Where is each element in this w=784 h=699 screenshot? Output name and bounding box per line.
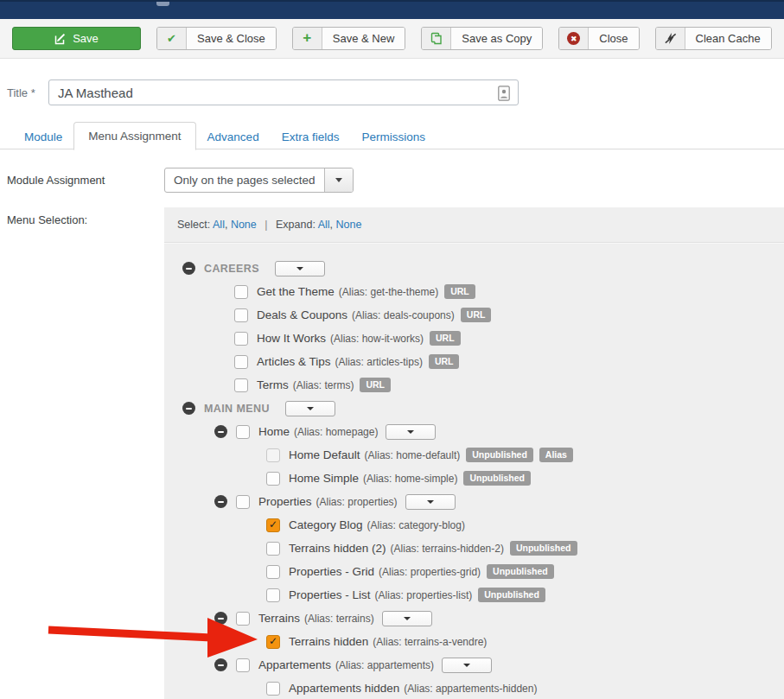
menu-item-alias: (Alias: properties) [316,496,398,508]
plus-icon: + [293,28,322,49]
menu-selection-label: Menu Selection: [7,213,87,226]
menu-group-label: MAIN MENU [204,403,270,415]
save-button-label: Save [73,32,99,45]
cursor-fragment-icon [156,2,169,6]
menu-item-label: Home [258,425,290,438]
chevron-down-icon [407,430,414,434]
menu-item-alias: (Alias: properties-grid) [379,566,481,578]
menu-item-checkbox[interactable] [236,658,250,672]
select-caret-button[interactable] [324,168,353,192]
save-close-button[interactable]: ✔ Save & Close [156,27,277,50]
menu-item-checkbox[interactable] [236,495,250,509]
menu-item-checkbox[interactable] [234,285,248,299]
tab-permissions[interactable]: Permissions [350,124,437,150]
save-new-label: Save & New [322,28,405,49]
expand-none-link[interactable]: None [336,219,362,231]
autofill-contact-icon[interactable] [498,86,510,105]
menu-tree: CAREERS Get the Theme (Alias: get-the-th… [164,244,784,699]
select-none-link[interactable]: None [231,219,257,231]
menu-item-home-default: Home Default (Alias: home-default) Unpub… [164,443,784,467]
menu-item-label: Terrains [258,612,300,625]
module-edit-page: Save ✔ Save & Close + Save & New Save as… [0,0,784,699]
menu-item-properties-grid: Properties - Grid (Alias: properties-gri… [164,560,784,583]
chevron-down-icon [296,267,303,270]
clean-cache-button[interactable]: Clean Cache [655,27,772,50]
menu-item-checkbox[interactable] [234,308,248,322]
collapse-icon[interactable] [214,612,227,625]
item-action-dropdown[interactable] [386,424,436,440]
menu-item-alias: (Alias: terrains-hidden-2) [391,543,504,555]
menu-item-label: Appartements hidden [289,682,399,695]
comma: , [225,219,227,231]
menu-group-careers: CAREERS [164,257,784,280]
group-action-dropdown[interactable] [285,401,335,416]
collapse-icon[interactable] [182,402,195,415]
menu-item-terrains: Terrains (Alias: terrains) [164,607,784,630]
chevron-down-icon [404,617,411,620]
menu-item-checkbox[interactable] [266,448,280,462]
module-assignment-value: Only on the pages selected [165,168,324,192]
select-label: Select: [177,219,210,231]
module-assignment-select[interactable]: Only on the pages selected [164,168,354,193]
menu-item-label: Deals & Coupons [257,308,347,321]
collapse-icon[interactable] [182,262,195,275]
item-action-dropdown[interactable] [405,494,456,510]
url-badge: URL [461,308,492,322]
tab-advanced[interactable]: Advanced [196,124,271,150]
menu-item-checkbox[interactable] [266,565,280,579]
save-as-copy-label: Save as Copy [451,28,542,49]
menu-item-appartements: Appartements (Alias: appartements) [164,653,784,677]
tab-menu-assignment[interactable]: Menu Assignment [73,122,195,150]
menu-item-checkbox[interactable] [236,612,250,626]
menu-item-checkbox[interactable] [266,542,280,556]
copy-icon [422,28,451,49]
menu-item-properties: Properties (Alias: properties) [164,490,784,513]
menu-item-checkbox[interactable] [266,682,280,696]
save-as-copy-button[interactable]: Save as Copy [421,27,543,50]
menu-item-checkbox[interactable] [266,472,280,486]
menu-item-alias: (Alias: appartements) [335,659,434,671]
toolbar: Save ✔ Save & Close + Save & New Save as… [0,19,784,59]
collapse-icon[interactable] [214,658,227,671]
menu-selection-panel: Select: All, None | Expand: All, None CA… [164,207,784,699]
menu-item-checkbox[interactable] [236,425,250,439]
menu-item-terms: Terms (Alias: terms) URL [164,373,784,397]
save-button[interactable]: Save [12,27,141,50]
menu-item-checkbox-checked[interactable] [266,518,280,532]
collapse-icon[interactable] [214,425,227,438]
menu-item-label: Properties - List [289,588,371,601]
menu-item-label: Terrains hidden (2) [289,542,386,555]
menu-item-label: Properties [258,495,312,508]
menu-item-alias: (Alias: homepage) [294,426,378,438]
url-badge: URL [430,331,461,346]
menu-item-checkbox[interactable] [234,378,248,392]
menu-item-home: Home (Alias: homepage) [164,420,784,443]
tab-module[interactable]: Module [13,124,73,150]
title-input[interactable]: JA Masthead [48,79,519,105]
select-all-link[interactable]: All [213,219,225,231]
menu-item-checkbox[interactable] [266,588,280,602]
collapse-icon[interactable] [214,495,227,508]
save-new-button[interactable]: + Save & New [292,27,406,50]
item-action-dropdown[interactable] [382,611,432,626]
menu-item-checkbox[interactable] [234,332,248,346]
tab-extra-fields[interactable]: Extra fields [271,124,351,150]
tab-bar: Module Menu Assignment Advanced Extra fi… [0,123,784,149]
chevron-down-icon [307,407,314,410]
menu-item-label: Home Simple [289,472,359,485]
menu-item-alias: (Alias: get-the-theme) [339,286,438,298]
menu-item-checkbox-checked[interactable] [266,635,280,649]
menu-item-terrains-hidden: Terrains hidden (Alias: terrains-a-vendr… [164,630,784,653]
save-close-label: Save & Close [187,28,276,49]
chevron-down-icon [463,664,470,667]
menu-item-checkbox[interactable] [234,355,248,369]
close-button[interactable]: ✖ Close [558,27,639,50]
title-row: Title * JA Masthead [7,79,519,105]
menu-item-appartements-hidden: Appartements hidden (Alias: appartements… [164,677,784,699]
unpublished-badge: Unpublished [466,448,533,462]
item-action-dropdown[interactable] [442,658,492,673]
expand-all-link[interactable]: All [318,219,330,231]
group-action-dropdown[interactable] [275,261,325,276]
unpublished-badge: Unpublished [463,471,531,486]
check-icon: ✔ [157,28,187,49]
